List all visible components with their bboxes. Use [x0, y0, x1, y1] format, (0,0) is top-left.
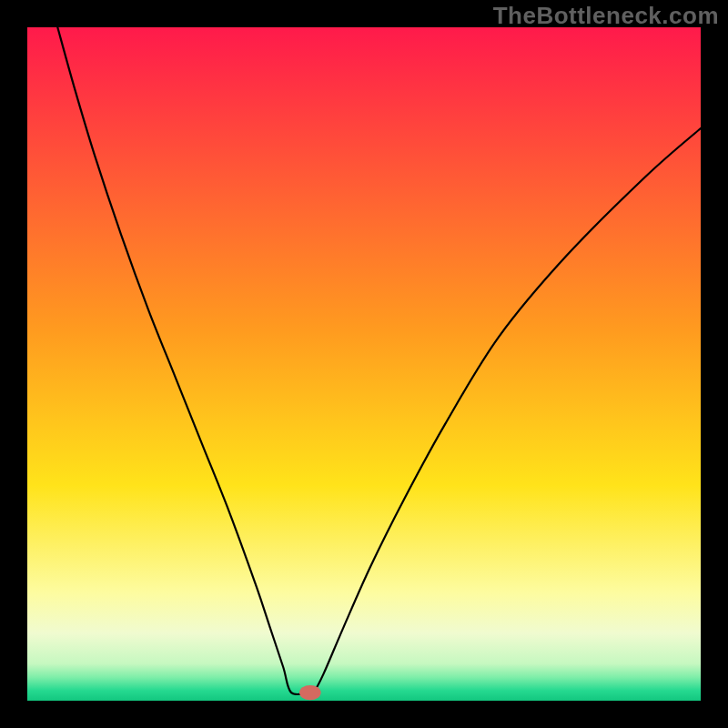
plot-background — [27, 27, 701, 701]
minimum-marker — [299, 685, 321, 700]
bottleneck-chart — [0, 0, 728, 728]
watermark-text: TheBottleneck.com — [493, 2, 719, 30]
chart-container: TheBottleneck.com — [0, 0, 728, 728]
